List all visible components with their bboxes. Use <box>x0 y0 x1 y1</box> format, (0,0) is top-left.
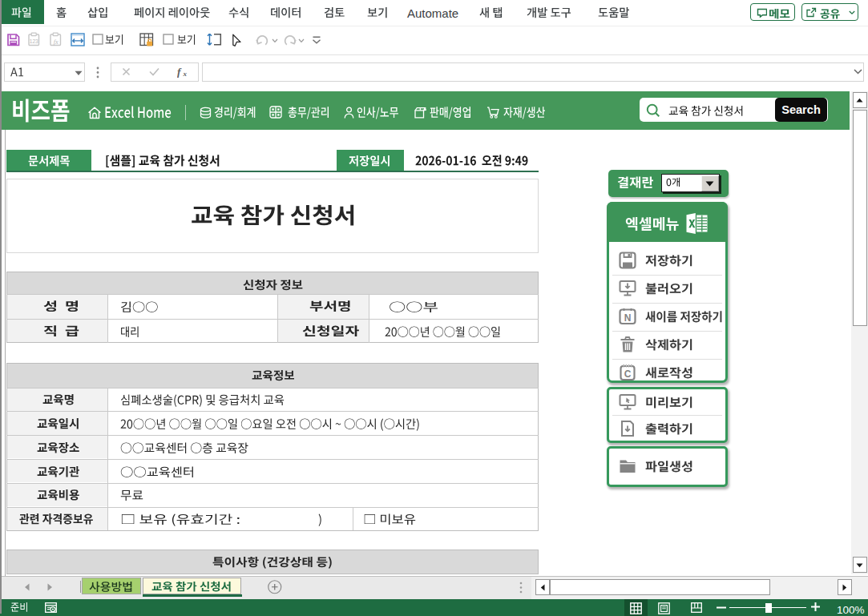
svg-text:fx: fx <box>54 38 59 46</box>
svg-text:x: x <box>183 70 188 78</box>
svg-text:N: N <box>624 312 632 324</box>
svg-text:C: C <box>624 368 632 380</box>
svg-text:123: 123 <box>30 38 38 44</box>
svg-text:f: f <box>177 66 182 78</box>
